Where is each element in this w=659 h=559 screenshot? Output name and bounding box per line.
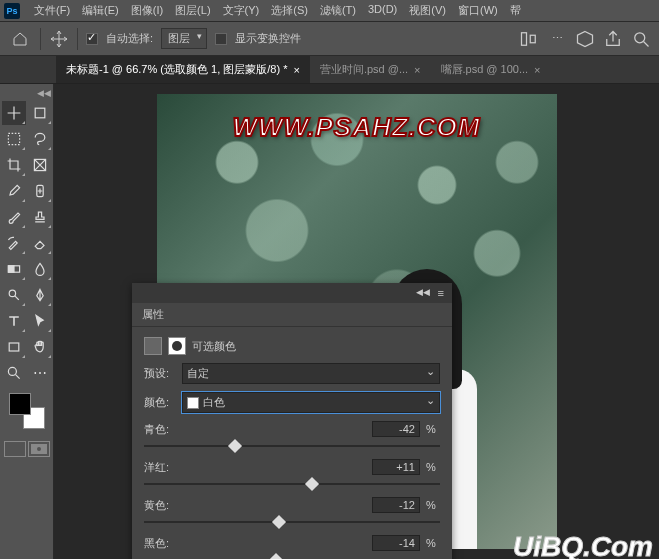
menu-item[interactable]: 编辑(E): [76, 0, 125, 21]
menu-item[interactable]: 图层(L): [169, 0, 216, 21]
show-transform-label: 显示变换控件: [235, 31, 301, 46]
share-icon[interactable]: [603, 29, 623, 49]
menu-item[interactable]: 视图(V): [403, 0, 452, 21]
tab-label: 嘴唇.psd @ 100...: [441, 62, 529, 77]
svg-rect-4: [8, 133, 19, 144]
lasso-tool[interactable]: [28, 127, 52, 151]
slider-value-input[interactable]: -42: [372, 421, 420, 437]
options-bar: 自动选择: 图层 显示变换控件 ⋯: [0, 22, 659, 56]
menu-item[interactable]: 窗口(W): [452, 0, 504, 21]
tab-label: 营业时间.psd @...: [320, 62, 408, 77]
align-icon[interactable]: [519, 29, 539, 49]
slider-value-input[interactable]: -14: [372, 535, 420, 551]
slider-value-input[interactable]: +11: [372, 459, 420, 475]
close-tab-icon[interactable]: ×: [414, 64, 420, 76]
slider-label: 黄色:: [144, 498, 184, 513]
mask-thumbnail-icon[interactable]: [168, 337, 186, 355]
document-tabs: 未标题-1 @ 66.7% (选取颜色 1, 图层蒙版/8) *×营业时间.ps…: [0, 56, 659, 84]
menu-item[interactable]: 图像(I): [125, 0, 169, 21]
percent-label: %: [426, 499, 440, 511]
rectangle-tool[interactable]: [2, 335, 26, 359]
slider-label: 青色:: [144, 422, 184, 437]
color-label: 颜色:: [144, 395, 176, 410]
document-tab[interactable]: 嘴唇.psd @ 100...×: [431, 56, 551, 83]
show-transform-checkbox[interactable]: [215, 33, 227, 45]
panel-menu-icon[interactable]: ≡: [438, 287, 444, 299]
svg-rect-1: [530, 35, 535, 43]
artboard-tool[interactable]: [28, 101, 52, 125]
toolbox: ◀◀ ⋯: [0, 84, 54, 559]
dodge-tool[interactable]: [2, 283, 26, 307]
close-tab-icon[interactable]: ×: [534, 64, 540, 76]
stamp-tool[interactable]: [28, 205, 52, 229]
marquee-tool[interactable]: [2, 127, 26, 151]
site-watermark: UiBQ.Com: [513, 531, 653, 559]
svg-point-2: [635, 32, 645, 42]
pen-tool[interactable]: [28, 283, 52, 307]
eyedropper-tool[interactable]: [2, 179, 26, 203]
slider-track[interactable]: [144, 477, 440, 491]
history-brush-tool[interactable]: [2, 231, 26, 255]
percent-label: %: [426, 537, 440, 549]
document-tab[interactable]: 未标题-1 @ 66.7% (选取颜色 1, 图层蒙版/8) *×: [56, 56, 310, 83]
svg-rect-8: [8, 266, 14, 272]
color-dropdown[interactable]: 白色: [182, 392, 440, 413]
gradient-tool[interactable]: [2, 257, 26, 281]
slider-track[interactable]: [144, 515, 440, 529]
close-tab-icon[interactable]: ×: [293, 64, 299, 76]
search-icon[interactable]: [631, 29, 651, 49]
quickmask-mode-button[interactable]: [28, 441, 50, 457]
frame-tool[interactable]: [28, 153, 52, 177]
slider-value-input[interactable]: -12: [372, 497, 420, 513]
brush-tool[interactable]: [2, 205, 26, 229]
adjustment-icon: [144, 337, 162, 355]
menu-item[interactable]: 3D(D): [362, 0, 403, 21]
slider-label: 黑色:: [144, 536, 184, 551]
menu-item[interactable]: 文字(Y): [217, 0, 266, 21]
svg-rect-0: [522, 32, 527, 45]
percent-label: %: [426, 461, 440, 473]
slider-thumb[interactable]: [305, 477, 319, 491]
type-tool[interactable]: [2, 309, 26, 333]
watermark-text: WWW.PSAHZ.COM: [233, 112, 481, 143]
svg-rect-3: [35, 108, 45, 118]
document-tab[interactable]: 营业时间.psd @...×: [310, 56, 431, 83]
color-swatches[interactable]: [9, 393, 45, 429]
slider-thumb[interactable]: [272, 515, 286, 529]
menu-item[interactable]: 帮: [504, 0, 527, 21]
blur-tool[interactable]: [28, 257, 52, 281]
slider-thumb[interactable]: [228, 439, 242, 453]
standard-mode-button[interactable]: [4, 441, 26, 457]
collapse-toolbox-icon[interactable]: ◀◀: [37, 88, 51, 98]
properties-panel: ◀◀ ≡ 属性 可选颜色 预设: 自定 颜色: 白色 青色:-42%洋红:+11…: [132, 283, 452, 559]
foreground-color-swatch[interactable]: [9, 393, 31, 415]
auto-select-label: 自动选择:: [106, 31, 153, 46]
healing-tool[interactable]: [28, 179, 52, 203]
move-tool[interactable]: [2, 101, 26, 125]
slider-thumb[interactable]: [269, 553, 283, 559]
overflow-icon[interactable]: ⋯: [547, 29, 567, 49]
menu-item[interactable]: 选择(S): [265, 0, 314, 21]
svg-point-9: [9, 290, 15, 296]
edit-toolbar[interactable]: ⋯: [28, 361, 52, 385]
auto-select-target-dropdown[interactable]: 图层: [161, 28, 207, 49]
menu-bar: Ps 文件(F)编辑(E)图像(I)图层(L)文字(Y)选择(S)滤镜(T)3D…: [0, 0, 659, 22]
3d-mode-icon[interactable]: [575, 29, 595, 49]
hand-tool[interactable]: [28, 335, 52, 359]
path-select-tool[interactable]: [28, 309, 52, 333]
svg-rect-10: [9, 343, 19, 351]
eraser-tool[interactable]: [28, 231, 52, 255]
slider-track[interactable]: [144, 553, 440, 559]
auto-select-checkbox[interactable]: [86, 33, 98, 45]
slider-track[interactable]: [144, 439, 440, 453]
zoom-tool[interactable]: [2, 361, 26, 385]
crop-tool[interactable]: [2, 153, 26, 177]
home-icon[interactable]: [8, 27, 32, 51]
menu-item[interactable]: 文件(F): [28, 0, 76, 21]
panel-collapse-icon[interactable]: ◀◀: [416, 287, 430, 299]
menu-item[interactable]: 滤镜(T): [314, 0, 362, 21]
panel-title: 属性: [132, 303, 452, 327]
adjustment-name: 可选颜色: [192, 339, 236, 354]
svg-point-11: [8, 367, 16, 375]
preset-dropdown[interactable]: 自定: [182, 363, 440, 384]
